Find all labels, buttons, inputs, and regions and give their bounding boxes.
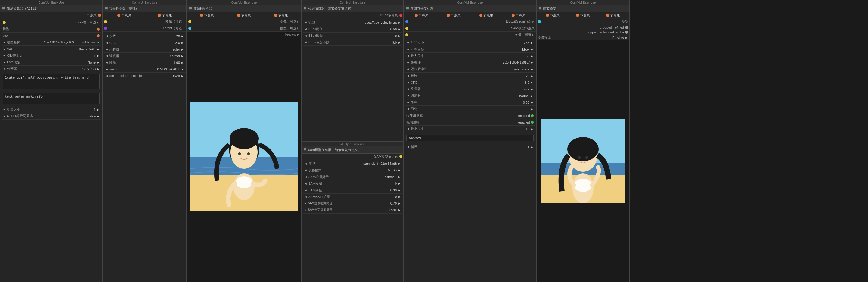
fine-cropped-refined-label: cropped_refined [600,26,624,29]
prefine-minsize[interactable]: ◄ 最小尺寸 10 ► [405,126,535,132]
presampler-conn1-label: 节点束 [121,13,131,18]
a1111-clip-row[interactable]: ◄ Clip停止层 -1 ► [1,53,101,59]
det-bbox-thresh-label: ◄ BBox阈值 [304,27,323,31]
presampler-denoise[interactable]: ◄ 降噪 1.00 ► [104,59,185,66]
prefine-genmask-row: 仅生成遮罩 enabled [405,113,535,119]
max-size-value: 768 ► [425,54,534,58]
positive-prompt-input[interactable]: 1cute girl,half body,beach, white bra,ha… [3,74,100,89]
prefine-feather[interactable]: ◄ 羽化 5 ► [405,106,535,113]
svg-point-9 [238,152,241,155]
prefine-conn4: 节点束 [512,13,525,18]
det-bbox-crop[interactable]: ◄ BBox裁剪系数 3.0 ► [303,39,402,46]
sam-threshold-row[interactable]: ◄ SAM阈值 0.93 ► [303,187,402,194]
sam-mask-label: ◄ SAM图制 [304,181,322,186]
det-bbox-crop-value: 3.0 ► [331,41,401,44]
prefine-scheduler-label: ◄ 调度器 [406,93,421,98]
presampler-seed[interactable]: ◄ seed 49514932464093 ► [104,66,185,73]
fine-cropped-enhanced-label: cropped_enhanced_alpha [586,30,624,34]
prefine-sampler[interactable]: ◄ 采样器 euler ► [405,86,535,93]
sam-top-connector: SAM模型节点束 [302,154,403,159]
prefine-steps[interactable]: ◄ 步数 20 ► [405,73,535,79]
panel-a1111-title: 简易加载器（A1111） [7,6,39,11]
seed-label: ◄ seed [105,67,117,71]
a1111-vae-row[interactable]: ◄ VAE Baked VAE ► [1,46,101,53]
a1111-modelname-row[interactable]: ◄ 模型名称 Real儿重图人渣人_v1080-none.safetensors… [1,39,101,46]
presampler-steps[interactable]: ◄ 步数 20 ► [104,33,185,39]
detection-title: 检测加载器（细节修复节点束） [308,6,354,11]
sam-content: ◄ 模型 sam_vit_b_01ec64.pth ► ◄ 设备模式 AUTO … [302,159,403,282]
detection-content: ◄ 模型 bbox/face_yolov8m.pt ► ◄ BBox阈值 0.5… [302,18,403,141]
latent-opt-dot [104,27,107,30]
sam-model-row[interactable]: ◄ 模型 sam_vit_b_01ec64.pth ► [303,161,402,167]
panel-sam: ComfyUI Easy Use ☰ Sam模型加载器（细节修复节点束） SAM… [301,141,404,282]
wildcard-input[interactable]: wildcard [406,135,534,141]
sam-bbox-expand-label: ◄ SAMBBox扩展 [304,195,330,199]
resolution-value: 768 x 768 ► [18,67,100,71]
sam-title: Sam模型加载器（细节修复节点束） [308,148,361,152]
prefine-header: ☰ 预细节修复处理 [404,5,536,12]
denoise-value: 1.00 ► [117,61,184,64]
sam-mask-row[interactable]: ◄ SAM图制 0 ► [303,181,402,187]
det-bbox-expand-label: ◄ BBox膨胀 [304,33,323,38]
cfg-value: 8.0 ► [118,41,184,44]
genmask-status-dot [531,115,534,117]
comfyui-tag-detection: ComfyUI Easy Use [302,0,403,5]
sam-device-row[interactable]: ◄ 设备模式 AUTO ► [303,167,402,174]
prefine-denoise[interactable]: ◄ 降噪 0.50 ► [405,99,535,106]
a1111-resolution-row[interactable]: ◄ 分辨率 768 x 768 ► [1,66,101,72]
sam-bbox-expand[interactable]: ◄ SAMBBox扩展 0 ► [303,194,402,200]
prefine-guide-target[interactable]: ◄ 引导目标 bbox ► [405,46,535,53]
prefine-conn1: 节点束 [414,13,428,18]
prefine-image-dot [405,33,408,36]
guide-size-label: ◄ 引导大小 [406,40,424,45]
a1111-style-row[interactable]: ◄ A1111提示词风格 false ► [1,113,101,120]
det-bbox-expand[interactable]: ◄ BBox膨胀 10 ► [303,33,402,39]
guide-target-value: bbox ► [425,48,534,51]
det-bbox-thresh[interactable]: ◄ BBox阈值 0.50 ► [303,26,402,33]
det-model-row[interactable]: ◄ 模型 bbox/face_yolov8m.pt ► [303,19,402,26]
prefine-max-size[interactable]: ◄ 最大尺寸 768 ► [405,53,535,59]
menu-icon-a1111: ☰ [2,7,5,11]
prefine-post-op[interactable]: ◄ 运行后操作 randomize ► [405,66,535,73]
prefine-sam-label: SAM模型节点束 [511,26,535,30]
fine-cropped-enhanced-conn: cropped_enhanced_alpha [536,30,629,35]
prefine-guide-size[interactable]: ◄ 引导大小 256 ► [405,39,535,46]
prefine-scheduler[interactable]: ◄ 调度器 normal ► [405,93,535,99]
prefine-genmask-status: enabled [518,114,534,118]
presampler-control[interactable]: ◄ control_before_generate fixed ► [104,73,185,79]
sam-detect-hint[interactable]: ◄ SAM检测提示 center-1 ► [303,174,402,181]
post-op-value: randomize ► [428,67,534,71]
vae-value: Baked VAE ► [14,47,100,51]
detection-header: ☰ 检测加载器（细节修复节点束） [302,5,403,12]
svg-point-19 [585,156,588,159]
prefine-cfg[interactable]: ◄ CFG 8.0 ► [405,79,535,86]
prefine-loop-row[interactable]: ◄ 循环 1 ► [405,144,535,150]
sampler-label: ◄ 采样器 [105,47,119,52]
sam-mask-thresh[interactable]: ◄ SAM遮罩检测阈值 0.70 ► [303,200,402,207]
prefine-conn3-label: 节点束 [483,13,493,18]
post-op-label: ◄ 运行后操作 [406,67,427,71]
comfyui-tag-sam: ComfyUI Easy Use [302,142,403,147]
a1111-loramodel-row[interactable]: ◄ Lora模型 None ► [1,59,101,66]
prefine-denoise-label: ◄ 降噪 [406,100,417,104]
prefine-seed[interactable]: ◄ 随机种 7514116544150157 ► [405,59,535,66]
left-bottom-container: ComfyUI Easy Use ☰ 检测加载器（细节修复节点束） BBox节点… [301,0,404,282]
prefine-minsize-label: ◄ 最小尺寸 [406,127,424,131]
presampler-cfg[interactable]: ◄ CFG 8.0 ► [104,39,185,46]
presampler-scheduler[interactable]: ◄ 调度器 normal ► [104,53,185,59]
a1111-connector-label: 节点束 [87,13,97,18]
comfyui-tag-ksampler: ComfyUI Easy Use [187,0,301,5]
negative-prompt-input[interactable]: text,watermark,nsfw [3,93,100,104]
sam-neg-mask[interactable]: ◄ SAM负面遮罩提示 False ► [303,207,402,214]
control-label: ◄ control_before_generate [105,74,142,77]
sampler-value: euler ► [121,48,184,51]
seed-value: 49514932464093 ► [118,67,184,71]
ksampler-dot2 [237,14,240,17]
sam-threshold-value: 0.93 ► [323,188,401,192]
presampler-sampler[interactable]: ◄ 采样器 euler ► [104,46,185,53]
ksampler-top-connectors: 节点束 节点束 节点束 [187,12,301,19]
prefine-forceredraw-value: enabled [518,121,530,124]
panel-image-center: ComfyUI Easy Use ☰ 简易K采样器 节点束 节点束 节点束 [187,0,301,282]
a1111-batch-row[interactable]: ◄ 批次大小 1 ► [1,106,101,113]
a1111-model-connector: 模型 [1,26,101,33]
